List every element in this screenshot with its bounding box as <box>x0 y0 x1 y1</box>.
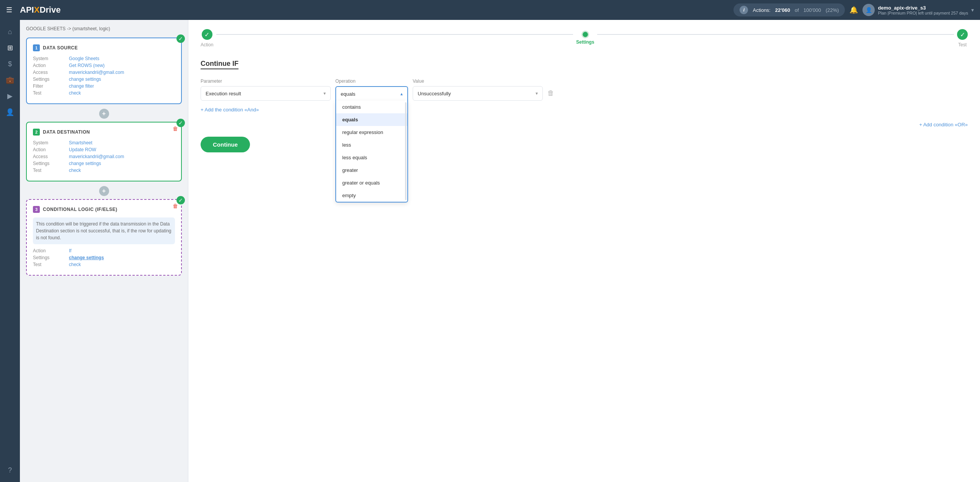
card1-filter-value[interactable]: change filter <box>69 83 175 89</box>
card2-action-value[interactable]: Update ROW <box>69 147 175 152</box>
data-destination-card: ✓ 🗑 2 DATA DESTINATION System Smartsheet… <box>26 122 182 181</box>
card1-num: 1 <box>33 44 40 51</box>
card2-settings-label: Settings <box>33 161 67 166</box>
parameter-value: Execution result <box>206 91 241 96</box>
sidebar-item-media[interactable]: ▶ <box>3 89 17 103</box>
card2-access-label: Access <box>33 154 67 159</box>
card3-title: CONDITIONAL LOGIC (IF/ELSE) <box>43 207 118 212</box>
step-test-label: Test <box>958 42 967 47</box>
operation-dropdown[interactable]: equals ▴ <box>335 86 408 101</box>
card2-delete-icon[interactable]: 🗑 <box>173 126 178 132</box>
actions-counter: i Actions: 22'060 of 100'000 (22%) <box>733 3 845 16</box>
page-title: Continue IF <box>201 60 238 69</box>
conditional-logic-card: ✓ 🗑 3 CONDITIONAL LOGIC (IF/ELSE) This c… <box>26 199 182 276</box>
op-option-regex[interactable]: regular expression <box>336 126 407 139</box>
sidebar-item-home[interactable]: ⌂ <box>3 25 17 39</box>
card1-settings-value[interactable]: change settings <box>69 77 175 82</box>
logo: APIXDrive <box>20 5 60 15</box>
actions-pct: (22%) <box>826 7 839 13</box>
operation-label: Operation <box>335 78 408 84</box>
notification-bell-icon[interactable]: 🔔 <box>849 6 858 14</box>
hamburger-icon[interactable]: ☰ <box>6 6 12 14</box>
step-action-label: Action <box>201 42 213 47</box>
parameter-label: Parameter <box>201 78 331 84</box>
avatar: 👤 <box>862 4 875 16</box>
sidebar-item-tasks[interactable]: 💼 <box>3 73 17 87</box>
add-and-button[interactable]: + Add the condition «And» <box>201 107 968 113</box>
actions-count: 22'060 <box>775 7 790 13</box>
right-panel: ✓ Action Settings ✓ Test Continue IF <box>188 20 980 482</box>
left-panel: GOOGLE SHEETS -> (smartsheet, logic) ✓ 1… <box>20 20 188 482</box>
continue-button[interactable]: Continue <box>201 137 250 152</box>
card1-test-value[interactable]: check <box>69 90 175 96</box>
step-settings: Settings <box>576 32 594 45</box>
card2-system-value[interactable]: Smartsheet <box>69 140 175 145</box>
user-plan: Plan |Premium PRO| left until payment 25… <box>878 11 968 15</box>
card1-action-value[interactable]: Get ROWS (new) <box>69 63 175 68</box>
value-dropdown[interactable]: Unsuccessfully ▾ <box>413 86 543 101</box>
op-option-empty[interactable]: empty <box>336 189 407 202</box>
step-settings-circle <box>583 32 588 37</box>
steps-bar: ✓ Action Settings ✓ Test <box>201 29 968 47</box>
step-action-circle: ✓ <box>202 29 212 40</box>
parameter-dropdown[interactable]: Execution result ▾ <box>201 86 331 101</box>
add-connector-2[interactable]: + <box>99 186 109 196</box>
user-name: demo_apix-drive_s3 <box>878 5 968 11</box>
sidebar: ⌂ ⊞ $ 💼 ▶ 👤 ? <box>0 20 20 482</box>
card2-test-value[interactable]: check <box>69 168 175 173</box>
value-column: Value Unsuccessfully ▾ <box>413 78 543 101</box>
actions-label: Actions: <box>753 7 770 13</box>
card3-test-value[interactable]: check <box>69 262 175 267</box>
step-line-2 <box>597 34 954 35</box>
condition-delete-icon[interactable]: 🗑 <box>547 89 554 97</box>
value-label: Value <box>413 78 543 84</box>
data-source-card: ✓ 1 DATA SOURCE System Google Sheets Act… <box>26 38 182 104</box>
user-chevron-icon: ▾ <box>971 7 974 13</box>
value-selected: Unsuccessfully <box>418 91 451 96</box>
card1-badge: ✓ <box>176 34 185 43</box>
op-option-less[interactable]: less <box>336 139 407 151</box>
card3-test-label: Test <box>33 262 67 267</box>
info-icon: i <box>740 6 748 14</box>
add-or-button[interactable]: + Add condition «OR» <box>201 122 968 127</box>
op-option-greater-equals[interactable]: greater or equals <box>336 176 407 189</box>
card1-title: DATA SOURCE <box>43 45 78 51</box>
user-info: demo_apix-drive_s3 Plan |Premium PRO| le… <box>878 5 968 15</box>
op-option-contains[interactable]: contains <box>336 101 407 113</box>
operation-value: equals <box>341 91 355 97</box>
operation-column: Operation equals ▴ contains equals regul… <box>335 78 408 101</box>
card3-settings-value[interactable]: change settings <box>69 255 175 260</box>
value-chevron-icon: ▾ <box>536 91 538 96</box>
step-test-circle: ✓ <box>957 29 968 40</box>
card1-access-label: Access <box>33 70 67 75</box>
sidebar-item-diagram[interactable]: ⊞ <box>3 41 17 55</box>
logo-x: X <box>34 5 40 15</box>
card2-test-label: Test <box>33 168 67 173</box>
condition-row: Parameter Execution result ▾ Operation e… <box>201 78 968 101</box>
card2-action-label: Action <box>33 147 67 152</box>
parameter-column: Parameter Execution result ▾ <box>201 78 331 101</box>
card1-settings-label: Settings <box>33 77 67 82</box>
card1-system-label: System <box>33 56 67 61</box>
breadcrumb: GOOGLE SHEETS -> (smartsheet, logic) <box>26 26 182 31</box>
sidebar-item-help[interactable]: ? <box>3 463 17 477</box>
add-connector-1[interactable]: + <box>99 109 109 119</box>
card2-num: 2 <box>33 129 40 136</box>
op-option-equals[interactable]: equals <box>336 113 407 126</box>
op-option-less-equals[interactable]: less equals <box>336 151 407 164</box>
card2-access-value[interactable]: maverickandrii@gmail.com <box>69 154 175 159</box>
card3-delete-icon[interactable]: 🗑 <box>173 203 178 209</box>
user-menu[interactable]: 👤 demo_apix-drive_s3 Plan |Premium PRO| … <box>862 4 974 16</box>
card1-access-value[interactable]: maverickandrii@gmail.com <box>69 70 175 75</box>
operation-chevron-icon: ▴ <box>400 91 403 96</box>
card2-title: DATA DESTINATION <box>43 129 90 135</box>
card2-system-label: System <box>33 140 67 145</box>
op-option-greater[interactable]: greater <box>336 164 407 176</box>
card3-settings-label: Settings <box>33 255 67 260</box>
sidebar-item-billing[interactable]: $ <box>3 57 17 71</box>
card1-action-label: Action <box>33 63 67 68</box>
sidebar-item-profile[interactable]: 👤 <box>3 105 17 119</box>
card3-action-value[interactable]: If <box>69 248 175 253</box>
card1-system-value[interactable]: Google Sheets <box>69 56 175 61</box>
card2-settings-value[interactable]: change settings <box>69 161 175 166</box>
